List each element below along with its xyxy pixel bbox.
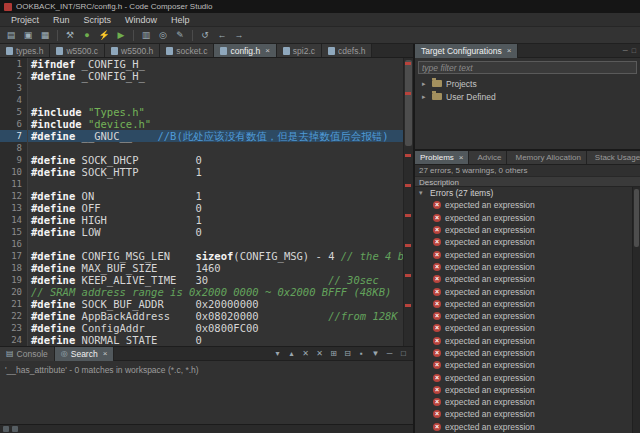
problem-row[interactable]: ×expected an expression <box>415 322 632 334</box>
save-button[interactable]: ▣ <box>20 28 36 42</box>
minimize-button[interactable]: ─ <box>384 349 395 358</box>
pin-view-button[interactable]: ▪ <box>356 349 367 358</box>
code-line[interactable]: 1#ifndef _CONFIG_H_ <box>0 58 413 70</box>
editor-scrollbar[interactable] <box>403 58 413 346</box>
code-line[interactable]: 4 <box>0 94 413 106</box>
code-line[interactable]: 17#define CONFIG_MSG_LEN sizeof(CONFIG_M… <box>0 250 413 262</box>
tab-memory-allocation[interactable]: Memory Allocation <box>507 151 586 165</box>
error-mark-icon[interactable] <box>405 214 411 217</box>
line-number[interactable]: 4 <box>0 94 28 106</box>
code-line[interactable]: 11 <box>0 178 413 190</box>
problem-row[interactable]: ×expected an expression <box>415 421 632 433</box>
previous-match-button[interactable]: ▴ <box>286 349 297 358</box>
line-number[interactable]: 13 <box>0 202 28 214</box>
console-trim-icon[interactable] <box>3 426 9 432</box>
line-number[interactable]: 9 <box>0 154 28 166</box>
tree-item-user-defined[interactable]: ▸User Defined <box>415 90 640 103</box>
next-match-button[interactable]: ▾ <box>272 349 283 358</box>
menu-window[interactable]: Window <box>118 14 164 26</box>
editor-tab-config.h[interactable]: config.h× <box>214 44 276 57</box>
line-number[interactable]: 8 <box>0 142 28 154</box>
problem-row[interactable]: ×expected an expression <box>415 199 632 211</box>
editor-tab-socket.c[interactable]: socket.c <box>160 44 214 57</box>
code-line[interactable]: 9#define SOCK_DHCP 0 <box>0 154 413 166</box>
line-number[interactable]: 7 <box>0 130 28 142</box>
line-number[interactable]: 1 <box>0 58 28 70</box>
code-line[interactable]: 16 <box>0 238 413 250</box>
problem-row[interactable]: ×expected an expression <box>415 285 632 297</box>
problem-row[interactable]: ×expected an expression <box>415 396 632 408</box>
code-line[interactable]: 6#include "device.h" <box>0 118 413 130</box>
new-target-configuration-button[interactable]: ▥ <box>138 28 154 42</box>
last-edit-location-button[interactable]: ↺ <box>197 28 213 42</box>
code-line[interactable]: 3 <box>0 82 413 94</box>
line-number[interactable]: 6 <box>0 118 28 130</box>
code-line[interactable]: 19#define KEEP_ALIVE_TIME 30 // 30sec <box>0 274 413 286</box>
tab-problems[interactable]: Problems× <box>415 151 469 165</box>
close-icon[interactable]: × <box>507 46 512 55</box>
code-line[interactable]: 23#define ConfigAddr 0x0800FC00 <box>0 322 413 334</box>
line-number[interactable]: 2 <box>0 70 28 82</box>
line-number[interactable]: 3 <box>0 82 28 94</box>
tab-target-configurations[interactable]: Target Configurations × <box>415 44 518 58</box>
close-icon[interactable]: × <box>459 153 464 162</box>
line-number[interactable]: 22 <box>0 310 28 322</box>
remove-all-matches-button[interactable]: ✕ <box>314 349 325 358</box>
editor-tab-spi2.c[interactable]: spi2.c <box>277 44 322 57</box>
problem-row[interactable]: ×expected an expression <box>415 298 632 310</box>
menu-help[interactable]: Help <box>164 14 197 26</box>
line-number[interactable]: 5 <box>0 106 28 118</box>
close-icon[interactable]: × <box>103 349 108 358</box>
code-line[interactable]: 10#define SOCK_HTTP 1 <box>0 166 413 178</box>
chevron-down-icon[interactable]: ▾ <box>419 189 426 197</box>
code-line[interactable]: 14#define HIGH 1 <box>0 214 413 226</box>
problems-group-errors[interactable]: ▾Errors (27 items) <box>415 187 632 199</box>
new-file-button[interactable]: ▤ <box>3 28 19 42</box>
problem-row[interactable]: ×expected an expression <box>415 335 632 347</box>
problem-row[interactable]: ×expected an expression <box>415 310 632 322</box>
menu-project[interactable]: Project <box>4 14 46 26</box>
remove-match-button[interactable]: ✕ <box>300 349 311 358</box>
error-mark-icon[interactable] <box>405 154 411 157</box>
code-line[interactable]: 15#define LOW 0 <box>0 226 413 238</box>
description-column-header[interactable]: Description <box>415 176 640 187</box>
line-number[interactable]: 20 <box>0 286 28 298</box>
editor-pane[interactable]: 1#ifndef _CONFIG_H_2#define _CONFIG_H_34… <box>0 58 413 346</box>
code-line[interactable]: 13#define OFF 0 <box>0 202 413 214</box>
line-number[interactable]: 21 <box>0 298 28 310</box>
code-line[interactable]: 12#define ON 1 <box>0 190 413 202</box>
code-line[interactable]: 24#define NORMAL_STATE 0 <box>0 334 413 346</box>
problem-row[interactable]: ×expected an expression <box>415 212 632 224</box>
maximize-button[interactable]: □ <box>398 349 409 358</box>
error-mark-icon[interactable] <box>405 92 411 95</box>
error-mark-icon[interactable] <box>405 304 411 307</box>
code-line[interactable]: 21#define SOCK_BUF_ADDR 0x20000000 <box>0 298 413 310</box>
code-line[interactable]: 2#define _CONFIG_H_ <box>0 70 413 82</box>
chevron-right-icon[interactable]: ▸ <box>422 93 428 101</box>
tab-search[interactable]: ◎Search× <box>55 347 115 361</box>
error-mark-icon[interactable] <box>405 184 411 187</box>
line-number[interactable]: 23 <box>0 322 28 334</box>
problem-row[interactable]: ×expected an expression <box>415 273 632 285</box>
search-button[interactable]: ◎ <box>155 28 171 42</box>
editor-scrollbar-thumb[interactable] <box>405 60 412 146</box>
tab-console[interactable]: ▤Console <box>0 347 55 361</box>
line-number[interactable]: 24 <box>0 334 28 346</box>
line-number[interactable]: 11 <box>0 178 28 190</box>
flash-button[interactable]: ⚡ <box>96 28 112 42</box>
problems-scrollbar[interactable] <box>632 187 640 433</box>
code-line[interactable]: 5#include "Types.h" <box>0 106 413 118</box>
line-number[interactable]: 15 <box>0 226 28 238</box>
code-line[interactable]: 22#define AppBackAddress 0x08020000 //fr… <box>0 310 413 322</box>
filter-input[interactable] <box>418 61 637 74</box>
run-button[interactable]: ▶ <box>113 28 129 42</box>
code-line[interactable]: 20// SRAM address range is 0x2000 0000 ~… <box>0 286 413 298</box>
line-number[interactable]: 16 <box>0 238 28 250</box>
problem-row[interactable]: ×expected an expression <box>415 408 632 420</box>
error-mark-icon[interactable] <box>405 244 411 247</box>
build-button[interactable]: ⚒ <box>62 28 78 42</box>
save-all-button[interactable]: ▦ <box>37 28 53 42</box>
editor-tab-w5500.h[interactable]: w5500.h <box>105 44 160 57</box>
line-number[interactable]: 19 <box>0 274 28 286</box>
expand-all-button[interactable]: ⊞ <box>328 349 339 358</box>
